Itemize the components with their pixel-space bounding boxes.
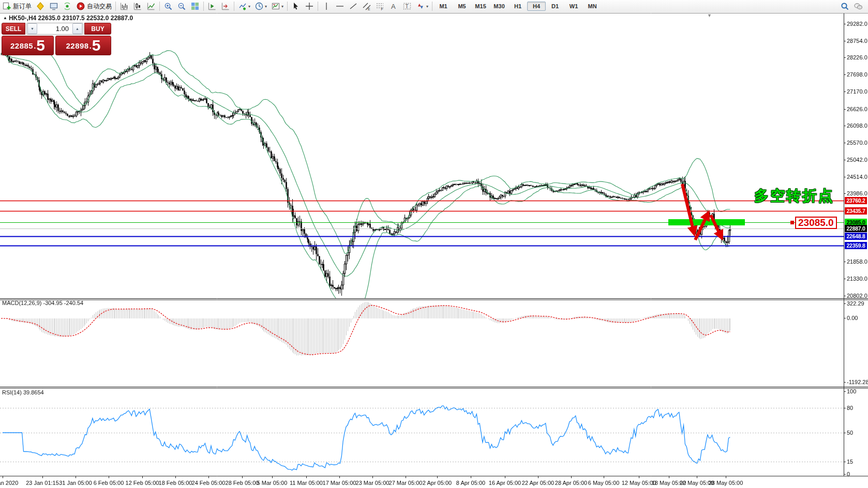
trendline-button[interactable]: [347, 0, 360, 12]
chart-shift-button[interactable]: [219, 0, 232, 12]
toolbar-separator: [203, 2, 204, 11]
text-label-icon: T: [402, 2, 412, 11]
price-tag-annotation[interactable]: 23085.0: [795, 217, 837, 229]
price-tick-label: 27698.0: [847, 71, 867, 78]
candlestick-icon: [133, 2, 142, 11]
volume-input[interactable]: 1.00: [38, 25, 72, 33]
rsi-axis-label: 80: [847, 405, 853, 411]
tile-windows-button[interactable]: [188, 0, 202, 12]
price-tick-label: 26098.0: [847, 123, 867, 129]
zoom-in-button[interactable]: [161, 0, 175, 12]
equidistant-channel-icon: E: [362, 2, 371, 11]
price-level-tag: 22359.8: [845, 242, 867, 249]
volume-increase-button[interactable]: ▲: [72, 23, 82, 34]
svg-text:F: F: [381, 7, 383, 11]
search-button[interactable]: [838, 0, 851, 12]
terminal-button[interactable]: [47, 0, 61, 12]
indicators-icon: [238, 2, 247, 11]
toolbar-separator: [432, 2, 432, 11]
fibonacci-button[interactable]: F: [373, 0, 387, 12]
toolbar-separator: [318, 2, 318, 11]
text-label-button[interactable]: T: [400, 0, 414, 12]
price-tick-label: 25042.0: [847, 157, 867, 163]
cursor-button[interactable]: [289, 0, 303, 12]
templates-button[interactable]: ▾: [269, 0, 286, 12]
sell-price-main: 22885: [10, 41, 33, 50]
chevron-down-icon: ▾: [265, 4, 267, 9]
chart-ohlc-text: HK50-,H4 22635.0 23107.5 22532.0 22887.0: [9, 14, 133, 22]
vertical-line-icon: [322, 2, 331, 11]
sell-price-dot: .: [34, 41, 36, 50]
price-tick-label: 24514.0: [847, 174, 867, 180]
macd-axis-label: -1192.28: [847, 379, 868, 385]
timeframe-h4-button[interactable]: H4: [527, 2, 546, 11]
timeframe-mn-button[interactable]: MN: [583, 2, 602, 11]
timeframe-w1-button[interactable]: W1: [564, 2, 583, 11]
search-icon: [840, 2, 849, 11]
timeframe-m1-button[interactable]: M1: [434, 2, 453, 11]
new-order-label: 新订单: [13, 2, 32, 11]
crosshair-button[interactable]: [303, 0, 316, 12]
arrows-button[interactable]: ▾: [414, 0, 430, 12]
rsi-axis-label: 0: [847, 471, 850, 477]
signals-button[interactable]: [61, 0, 74, 12]
timeframe-d1-button[interactable]: D1: [546, 2, 564, 11]
timeframe-m15-button[interactable]: M15: [471, 2, 490, 11]
autotrading-icon: [76, 2, 85, 11]
price-level-tag: 22648.8: [845, 233, 867, 240]
time-tick-label: 28 May 05:00: [702, 480, 749, 486]
arrows-icon: [416, 2, 425, 11]
chart-shift-marker-icon: ▼: [707, 13, 712, 18]
chart-canvas[interactable]: [0, 12, 868, 488]
metaeditor-icon: [36, 2, 45, 11]
community-icon: [854, 2, 863, 11]
vertical-line-button[interactable]: [320, 0, 333, 12]
chevron-down-icon: ▾: [248, 4, 250, 9]
new-order-button[interactable]: 新订单: [0, 0, 34, 12]
symbol-marker-icon: ▲: [3, 16, 7, 20]
price-tick-label: 27170.0: [847, 88, 867, 95]
svg-text:A: A: [391, 3, 396, 10]
autotrading-button[interactable]: 自动交易: [74, 0, 114, 12]
templates-icon: [271, 2, 280, 11]
rsi-axis-label: 15: [847, 459, 853, 465]
community-button[interactable]: [851, 0, 865, 12]
horizontal-line-icon: [335, 2, 345, 11]
auto-scroll-button[interactable]: [205, 0, 219, 12]
price-level-tag: 22887.0: [845, 225, 867, 232]
rsi-axis-label: 50: [847, 430, 853, 436]
toolbar: 新订单自动交易▾▾▾EFAT▾ M1M5M15M30H1H4D1W1MN: [0, 0, 868, 13]
zoom-out-icon: [177, 2, 186, 11]
timeframe-m5-button[interactable]: M5: [453, 2, 471, 11]
horizontal-line-button[interactable]: [333, 0, 347, 12]
periods-button[interactable]: ▾: [252, 0, 269, 12]
text-button[interactable]: A: [387, 0, 400, 12]
buy-price-dot: .: [89, 41, 92, 50]
candlestick-button[interactable]: [131, 0, 144, 12]
timeframe-h1-button[interactable]: H1: [508, 2, 527, 11]
equidistant-channel-button[interactable]: E: [360, 0, 373, 12]
bar-chart-button[interactable]: [117, 0, 131, 12]
cursor-icon: [291, 2, 301, 11]
price-tick-label: 28754.0: [847, 38, 867, 44]
sell-button[interactable]: SELL: [2, 23, 25, 35]
zoom-out-button[interactable]: [175, 0, 188, 12]
trendline-icon: [349, 2, 358, 11]
timeframe-m30-button[interactable]: M30: [490, 2, 508, 11]
new-order-icon: [2, 2, 11, 11]
fibonacci-icon: F: [376, 2, 385, 11]
line-chart-button[interactable]: [144, 0, 158, 12]
buy-price-button[interactable]: 22898.5: [55, 36, 111, 55]
buy-button[interactable]: BUY: [84, 23, 111, 35]
rsi-axis-label: 100: [847, 388, 856, 394]
buy-price-main: 22898: [66, 41, 88, 50]
volume-stepper: ▼ 1.00 ▲: [26, 23, 83, 35]
sell-price-button[interactable]: 22885.5: [2, 36, 54, 55]
indicators-button[interactable]: ▾: [236, 0, 252, 12]
toolbar-separator: [159, 2, 160, 11]
metaeditor-button[interactable]: [34, 0, 47, 12]
macd-label: MACD(12,26,9) -304.95 -240.54: [2, 300, 83, 306]
volume-decrease-button[interactable]: ▼: [27, 23, 37, 34]
turning-point-annotation[interactable]: 多空转折点: [754, 186, 834, 206]
price-level-tag: 23760.2: [845, 197, 867, 204]
